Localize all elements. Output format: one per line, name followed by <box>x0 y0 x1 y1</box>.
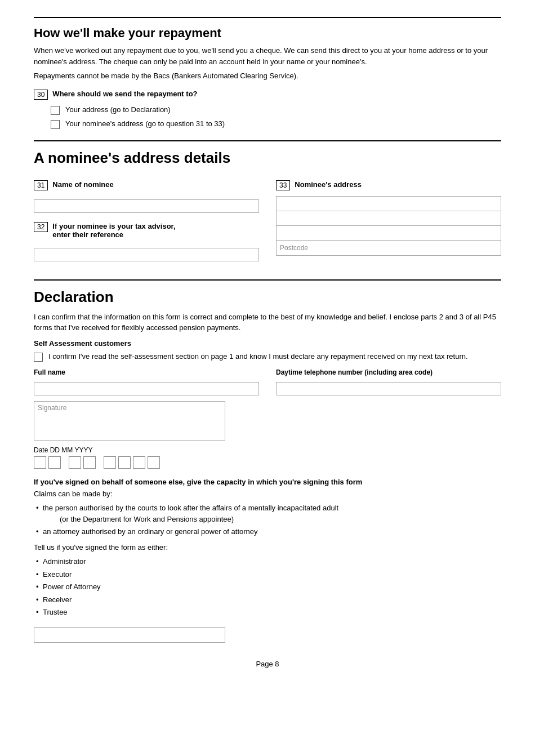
checkbox-your-address[interactable] <box>51 106 60 115</box>
q31-text: Name of nominee <box>52 180 113 189</box>
nominee-section: A nominee's address details 31 Name of n… <box>34 140 501 267</box>
full-name-input[interactable] <box>34 382 259 395</box>
tax-advisor-ref-input[interactable] <box>34 248 259 261</box>
date-box-m1[interactable] <box>69 456 81 469</box>
checkbox-nominee-address[interactable] <box>51 120 60 129</box>
date-box-m2[interactable] <box>83 456 96 469</box>
date-box-y2[interactable] <box>118 456 131 469</box>
telephone-input[interactable] <box>276 382 501 395</box>
repayment-para2: Repayments cannot be made by the Bacs (B… <box>34 70 501 82</box>
claims-made-by: Claims can be made by: <box>34 488 501 500</box>
nominee-right-col: 33 Nominee's address Postcode <box>276 172 501 267</box>
question-30-block: 30 Where should we send the repayment to… <box>34 90 501 129</box>
nominee-address-line3[interactable] <box>277 226 501 241</box>
page-number: Page 8 <box>34 660 501 668</box>
self-assessment-heading: Self Assessment customers <box>34 339 501 348</box>
declaration-section: Declaration I can confirm that the infor… <box>34 279 501 643</box>
q31-label: 31 Name of nominee <box>34 180 259 190</box>
date-label: Date DD MM YYYY <box>34 446 225 454</box>
date-box-d2[interactable] <box>48 456 61 469</box>
question-32-block: 32 If your nominee is your tax advisor, … <box>34 222 259 261</box>
role-executor: Executor <box>34 569 501 580</box>
q31-number: 31 <box>34 180 48 190</box>
date-section: Date DD MM YYYY <box>34 446 225 469</box>
nominee-address-line1[interactable] <box>277 197 501 211</box>
q30-number: 30 <box>34 90 48 100</box>
option-nominee-address[interactable]: Your nominee's address (go to question 3… <box>51 119 501 129</box>
capacity-input[interactable] <box>34 627 225 643</box>
q30-text: Where should we send the repayment to? <box>52 90 197 98</box>
question-33-block: 33 Nominee's address Postcode <box>276 180 501 256</box>
role-list: Administrator Executor Power of Attorney… <box>34 556 501 618</box>
nominee-questions-row: 31 Name of nominee 32 If your nominee is… <box>34 172 501 267</box>
date-boxes <box>34 456 225 469</box>
postcode-placeholder-label: Postcode <box>277 244 308 252</box>
bullet-item-1: the person authorised by the courts to l… <box>34 502 501 524</box>
repayment-title: How we'll make your repayment <box>34 26 501 41</box>
date-box-y1[interactable] <box>104 456 116 469</box>
role-power-of-attorney: Power of Attorney <box>34 581 501 593</box>
repayment-section: How we'll make your repayment When we've… <box>34 17 501 129</box>
signature-section: Signature Date DD MM YYYY <box>34 401 225 469</box>
repayment-para1: When we've worked out any repayment due … <box>34 45 501 67</box>
date-box-y3[interactable] <box>133 456 145 469</box>
self-assessment-text: I confirm I've read the self-assessment … <box>48 352 468 361</box>
q32-label: 32 If your nominee is your tax advisor, … <box>34 222 259 239</box>
telephone-label: Daytime telephone number (including area… <box>276 368 501 376</box>
q33-label: 33 Nominee's address <box>276 180 501 190</box>
capacity-title: If you've signed on behalf of someone el… <box>34 478 501 486</box>
option-your-address[interactable]: Your address (go to Declaration) <box>51 105 501 115</box>
signature-box[interactable]: Signature <box>34 401 225 441</box>
self-assessment-checkbox[interactable] <box>34 353 43 362</box>
full-name-col: Full name <box>34 368 259 395</box>
question-30-label: 30 Where should we send the repayment to… <box>34 90 501 100</box>
date-box-d1[interactable] <box>34 456 46 469</box>
declaration-para1: I can confirm that the information on th… <box>34 312 501 333</box>
option-nominee-address-label: Your nominee's address (go to question 3… <box>65 119 225 128</box>
tell-us-text: Tell us if you've signed the form as eit… <box>34 542 501 553</box>
self-assessment-check[interactable]: I confirm I've read the self-assessment … <box>34 352 501 362</box>
nominee-address-line2[interactable] <box>277 211 501 226</box>
q33-text: Nominee's address <box>295 180 362 189</box>
bullet-item-2: an attorney authorised by an ordinary or… <box>34 526 501 537</box>
telephone-col: Daytime telephone number (including area… <box>276 368 501 395</box>
postcode-row: Postcode <box>277 241 501 255</box>
name-telephone-row: Full name Daytime telephone number (incl… <box>34 368 501 395</box>
nominee-name-input[interactable] <box>34 199 259 213</box>
declaration-title: Declaration <box>34 288 501 306</box>
q33-number: 33 <box>276 180 290 190</box>
capacity-section: If you've signed on behalf of someone el… <box>34 478 501 643</box>
nominee-address-wrapper: Postcode <box>276 196 501 256</box>
nominee-left-col: 31 Name of nominee 32 If your nominee is… <box>34 172 259 267</box>
q32-text: If your nominee is your tax advisor, ent… <box>52 222 175 239</box>
claims-bullet-list: the person authorised by the courts to l… <box>34 502 501 537</box>
date-box-y4[interactable] <box>148 456 160 469</box>
role-administrator: Administrator <box>34 556 501 567</box>
q32-number: 32 <box>34 222 48 232</box>
question-31-block: 31 Name of nominee <box>34 180 259 213</box>
role-trustee: Trustee <box>34 607 501 618</box>
signature-placeholder-label: Signature <box>38 404 66 412</box>
option-your-address-label: Your address (go to Declaration) <box>65 105 171 114</box>
role-receiver: Receiver <box>34 594 501 606</box>
full-name-label: Full name <box>34 368 259 376</box>
nominee-title: A nominee's address details <box>34 149 501 167</box>
